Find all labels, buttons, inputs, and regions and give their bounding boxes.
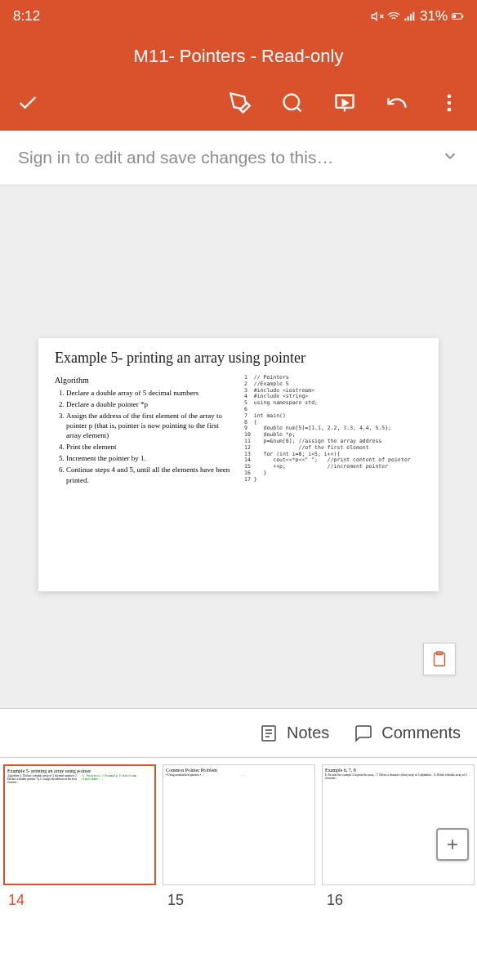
signal-icon	[403, 10, 417, 23]
algo-step: Declare a double pointer *p	[66, 399, 231, 409]
slide-thumb[interactable]: Example 5- printing an array using point…	[0, 758, 159, 912]
search-icon	[281, 91, 304, 114]
svg-point-17	[448, 101, 452, 105]
algorithm-section: Algorithm Declare a double array of 5 de…	[55, 375, 231, 487]
algo-step: Continue steps 4 and 5, until all the el…	[66, 465, 231, 484]
plus-icon: +	[447, 833, 458, 856]
undo-button[interactable]	[386, 91, 408, 118]
slide-thumb[interactable]: Common Pointer Problem • Using uninitial…	[159, 758, 319, 912]
svg-point-18	[448, 108, 452, 112]
thumb-title: Example 6, 7, 8	[325, 768, 471, 773]
svg-rect-4	[408, 16, 409, 20]
algorithm-header: Algorithm	[55, 375, 231, 386]
bottom-bar: Notes Comments	[0, 708, 477, 757]
present-button[interactable]	[333, 91, 356, 118]
svg-rect-8	[453, 15, 456, 18]
status-time: 8:12	[13, 8, 40, 24]
status-icons: 31%	[371, 8, 464, 24]
code-section: 1 // Pointers 2 //Example 5 3 #include <…	[244, 375, 422, 487]
check-icon	[16, 91, 39, 114]
algo-step: Increment the pointer by 1.	[66, 453, 231, 463]
thumb-title: Common Pointer Problem	[166, 768, 312, 773]
paste-button[interactable]	[423, 643, 456, 675]
algo-step: Assign the address of the first element …	[66, 411, 231, 440]
status-bar: 8:12 31%	[0, 0, 477, 33]
present-icon	[333, 91, 356, 114]
comment-icon	[354, 724, 373, 743]
signin-bar[interactable]: Sign in to edit and save changes to this…	[0, 131, 477, 185]
comments-button[interactable]: Comments	[354, 724, 461, 743]
done-button[interactable]	[16, 91, 39, 118]
thumbnail-strip[interactable]: Example 5- printing an array using point…	[0, 757, 477, 912]
add-slide-button[interactable]: +	[436, 828, 469, 861]
thumb-code: // Pointers //Example 5 #include <iostre…	[82, 775, 153, 785]
edit-button[interactable]	[229, 91, 252, 118]
thumb-number: 14	[2, 887, 158, 909]
thumb-code: ...	[241, 774, 313, 777]
thumb-content: • Using uninitialized pointers • ...	[166, 774, 238, 777]
svg-marker-13	[343, 100, 348, 106]
title-bar: M11- Pointers - Read-only	[0, 33, 477, 83]
more-button[interactable]	[438, 91, 461, 118]
comments-label: Comments	[381, 724, 461, 742]
chevron-down-icon	[441, 147, 459, 168]
signin-text: Sign in to edit and save changes to this…	[18, 148, 433, 167]
algo-step: Print the element	[66, 442, 231, 452]
undo-icon	[386, 91, 408, 114]
thumb-title: Example 5- printing an array using point…	[7, 768, 152, 773]
svg-line-11	[296, 107, 301, 111]
svg-rect-5	[410, 14, 412, 20]
toolbar	[0, 83, 477, 131]
notes-button[interactable]: Notes	[259, 724, 329, 743]
battery-icon	[451, 10, 464, 23]
mute-icon	[371, 10, 384, 23]
notes-label: Notes	[287, 724, 329, 742]
document-title: M11- Pointers - Read-only	[134, 46, 344, 66]
search-button[interactable]	[281, 91, 304, 118]
battery-percent: 31%	[420, 8, 448, 24]
svg-rect-3	[404, 19, 406, 21]
clipboard-icon	[430, 650, 448, 668]
thumb-content: 6. Rewrite the example 5 to print the ar…	[325, 774, 471, 781]
thumb-number: 16	[320, 887, 476, 909]
thumb-number: 15	[161, 887, 317, 909]
algo-step: Declare a double array of 5 decimal numb…	[66, 388, 231, 398]
more-vertical-icon	[438, 91, 461, 114]
svg-rect-6	[412, 12, 414, 21]
main-slide[interactable]: Example 5- printing an array using point…	[38, 338, 439, 591]
svg-point-10	[284, 95, 300, 110]
notes-icon	[259, 724, 279, 743]
pen-icon	[229, 91, 252, 114]
svg-rect-9	[462, 16, 463, 18]
wifi-icon	[387, 10, 400, 23]
thumb-content: Algorithm 1. Declare a double array of 5…	[7, 775, 78, 785]
slide-title: Example 5- printing an array using point…	[55, 350, 422, 367]
svg-point-16	[448, 95, 452, 99]
slide-canvas[interactable]: Example 5- printing an array using point…	[0, 185, 477, 708]
